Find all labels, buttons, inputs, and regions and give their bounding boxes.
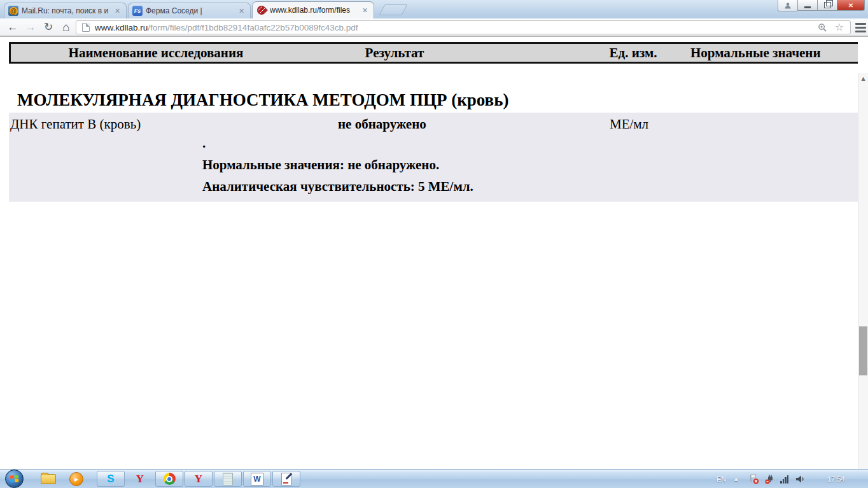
mailru-favicon-icon: @	[8, 6, 18, 16]
taskbar-item-yandex-browser[interactable]: Y	[185, 471, 213, 487]
url-domain: www.kdllab.ru	[95, 23, 148, 32]
normal-values-note: Нормальные значения: не обнаружено.	[202, 157, 439, 173]
tab-kdllab-active[interactable]: www.kdllab.ru/form/files ×	[252, 1, 374, 18]
address-bar[interactable]: www.kdllab.ru/form/files/pdf/f1bdb82914f…	[76, 20, 851, 34]
taskbar: ▶ S Y Y W EN ▲	[0, 469, 868, 488]
tab-title: Ферма Соседи |	[146, 6, 234, 15]
taskbar-item-skype[interactable]: S	[97, 471, 125, 487]
vertical-scrollbar[interactable]: ▲ ▼	[858, 73, 868, 488]
taskbar-item-word[interactable]: W	[243, 471, 271, 487]
word-icon: W	[251, 473, 263, 485]
pdf-viewer: Наименование исследования Результат Ед. …	[0, 36, 868, 456]
clock[interactable]: 17:54	[827, 475, 845, 483]
tab-strip: @ Mail.Ru: почта, поиск в и × Fs Ферма С…	[0, 0, 868, 18]
column-unit: Ед. изм.	[560, 45, 706, 61]
taskbar-item-document-editor[interactable]	[272, 471, 300, 487]
close-tab-icon[interactable]: ×	[237, 6, 246, 16]
new-tab-button[interactable]	[379, 4, 407, 15]
window-controls: ✕	[797, 0, 865, 11]
taskbar-item-explorer[interactable]	[37, 471, 60, 487]
section-title: МОЛЕКУЛЯРНАЯ ДИАГНОСТИКА МЕТОДОМ ПЦР (кр…	[17, 90, 508, 110]
kdl-favicon-icon	[256, 5, 267, 15]
home-button[interactable]: ⌂	[59, 20, 74, 35]
bookmark-star-icon[interactable]: ☆	[835, 22, 844, 32]
page-icon	[82, 23, 90, 32]
column-result: Результат	[318, 45, 471, 61]
taskbar-item-chrome[interactable]	[155, 471, 183, 487]
test-result: не обнаружено	[338, 116, 426, 132]
result-row: ДНК гепатит B (кровь) не обнаружено МЕ/м…	[9, 113, 858, 202]
browser-window: @ Mail.Ru: почта, поиск в и × Fs Ферма С…	[0, 0, 868, 488]
taskbar-item-media-player[interactable]: ▶	[65, 471, 88, 487]
windows-logo-icon	[10, 475, 19, 483]
ferma-favicon-icon: Fs	[132, 6, 143, 16]
language-indicator[interactable]: EN	[717, 475, 726, 483]
tray-expand-icon[interactable]: ▲	[734, 477, 738, 482]
menu-icon[interactable]	[855, 21, 866, 34]
column-name: Наименование исследования	[35, 45, 277, 61]
close-window-button[interactable]: ✕	[837, 0, 865, 11]
column-normal-values: Нормальные значени	[690, 45, 821, 61]
maximize-icon	[824, 2, 831, 8]
maximize-button[interactable]	[818, 0, 837, 11]
results-table-header: Наименование исследования Результат Ед. …	[9, 42, 858, 64]
notepad-icon	[223, 473, 233, 485]
zoom-icon[interactable]	[818, 23, 827, 32]
folder-icon	[41, 474, 56, 484]
test-name: ДНК гепатит B (кровь)	[10, 116, 141, 132]
close-tab-icon[interactable]: ×	[360, 6, 370, 15]
skype-icon: S	[107, 473, 114, 485]
reload-button[interactable]: ↻	[41, 20, 56, 35]
scroll-up-icon[interactable]: ▲	[858, 76, 868, 81]
power-plug-icon[interactable]	[764, 473, 775, 485]
volume-icon[interactable]	[794, 473, 806, 485]
tab-ferma-sosedi[interactable]: Fs Ферма Соседи | ×	[128, 3, 251, 18]
profile-button[interactable]	[778, 0, 798, 11]
back-button[interactable]: ←	[5, 20, 20, 35]
taskbar-item-yandex[interactable]: Y	[129, 471, 151, 487]
browser-toolbar: ← → ↻ ⌂ www.kdllab.ru/form/files/pdf/f1b…	[0, 18, 868, 36]
minimize-button[interactable]	[797, 0, 818, 11]
chrome-icon	[164, 473, 176, 485]
tab-title: Mail.Ru: почта, поиск в и	[22, 6, 109, 15]
url-text[interactable]: www.kdllab.ru/form/files/pdf/f1bdb82914f…	[95, 23, 358, 32]
tab-title: www.kdllab.ru/form/files	[270, 6, 357, 15]
test-unit: МЕ/мл	[610, 116, 648, 132]
close-tab-icon[interactable]: ×	[113, 6, 122, 16]
start-button[interactable]	[5, 470, 24, 488]
play-icon: ▶	[69, 472, 83, 486]
yandex-icon: Y	[136, 473, 144, 485]
minimize-icon	[804, 6, 811, 8]
tab-mailru[interactable]: @ Mail.Ru: почта, поиск в и ×	[4, 3, 127, 18]
forward-button[interactable]: →	[23, 20, 38, 35]
vertical-scroll-thumb[interactable]	[859, 326, 867, 375]
yandex-browser-icon: Y	[195, 473, 202, 485]
person-icon	[784, 2, 792, 10]
document-pen-icon	[281, 473, 291, 485]
url-path: /form/files/pdf/f1bdb82914fa0afc22b57b00…	[148, 23, 358, 32]
action-center-flag-icon[interactable]	[748, 473, 760, 485]
network-signal-icon[interactable]	[779, 473, 790, 485]
taskbar-item-notepad[interactable]	[214, 471, 242, 487]
note-dot: .	[202, 136, 206, 151]
sensitivity-note: Аналитическая чувствительность: 5 МЕ/мл.	[202, 179, 473, 195]
